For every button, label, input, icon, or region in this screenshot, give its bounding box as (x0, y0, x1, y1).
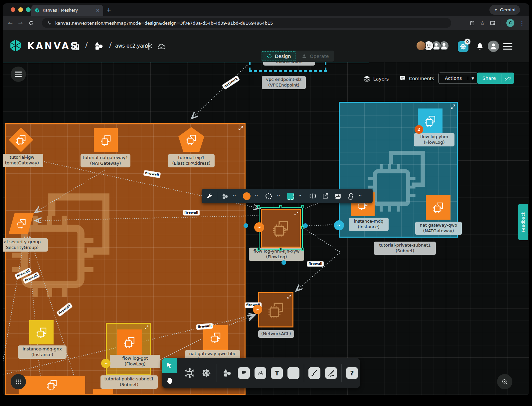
zoom-button[interactable] (497, 374, 512, 389)
shape-caret-icon[interactable]: ^ (298, 194, 301, 198)
edge-label-firewall-2[interactable]: firewall (183, 210, 199, 215)
browser-menu-icon[interactable]: ⋮ (519, 20, 525, 26)
pen-tool-button[interactable] (308, 367, 320, 379)
design-canvas[interactable]: (RouteTable) vpc endpoint-slz (VPCEndpoi… (3, 62, 529, 395)
node-label-nat-gateway-qwo[interactable]: nat gateway-qwo (NATGateway) (415, 222, 462, 235)
border-caret-icon[interactable]: ^ (277, 194, 280, 198)
kubernetes-tool-button[interactable] (200, 366, 213, 380)
help-tool-button[interactable]: ? (346, 367, 358, 379)
refresh-icon[interactable] (28, 20, 34, 26)
flow-log-kjh-badge[interactable] (254, 222, 264, 232)
meshsync-tool-button[interactable] (183, 366, 196, 380)
traffic-light-close[interactable] (11, 7, 15, 12)
node-label-security-group[interactable]: al-security-group SecurityGroup) (3, 238, 48, 252)
node-label-private-subnet[interactable]: tutorial-private-subnet1 (Subnet) (374, 242, 436, 255)
comments-button[interactable]: Comments (399, 75, 434, 82)
resize-icon[interactable] (294, 212, 298, 215)
node-natgateway1[interactable] (94, 128, 118, 152)
tab-operate[interactable]: Operate (296, 51, 334, 62)
snowflake-icon[interactable] (145, 42, 153, 50)
save-icon[interactable] (469, 20, 475, 26)
node-label-igw[interactable]: tutorial-igw ternetGateway) (3, 154, 43, 167)
tab-close-icon[interactable]: × (96, 8, 100, 13)
node-network-acl[interactable] (258, 292, 293, 327)
node-label-instance-gnx[interactable]: instance-mdq-gnx (Instance) (18, 345, 67, 359)
node-label-flow-log-gpt[interactable]: flow log-gpt (FlowLog) (110, 355, 160, 368)
apps-grid-button[interactable] (11, 374, 26, 389)
node-partial-bottom[interactable] (93, 389, 113, 395)
configure-wrench-icon[interactable] (206, 193, 213, 199)
app-menu-icon[interactable] (503, 43, 512, 50)
rename-icon[interactable] (309, 192, 316, 200)
network-acl-badge[interactable] (253, 305, 262, 314)
node-label-natgateway1[interactable]: tutorial-natgateway1 (NATGateway) (81, 154, 130, 167)
tab-design[interactable]: Design (261, 51, 296, 62)
node-label-flow-log-yhm[interactable]: flow log-yhm (FlowLog) (414, 133, 454, 146)
text-tool-button[interactable]: T (271, 367, 283, 379)
group-layers-icon[interactable] (347, 192, 354, 200)
shape-swap-icon[interactable] (287, 193, 294, 200)
shapes-caret-icon[interactable]: ^ (233, 194, 236, 198)
node-label-network-acl[interactable]: (NetworkACL) (258, 330, 294, 338)
flow-log-yhm-count-badge[interactable]: 2 (415, 125, 423, 134)
collaborator-avatar-photo[interactable] (416, 41, 426, 51)
border-style-icon[interactable] (265, 192, 272, 200)
gemini-button[interactable]: ✦ Gemini (489, 5, 520, 15)
workspace-shapes-icon[interactable] (94, 41, 104, 51)
open-external-icon[interactable] (322, 193, 329, 199)
fill-caret-icon[interactable]: ^ (255, 194, 258, 198)
organization-icon[interactable] (70, 41, 80, 51)
cloud-sync-icon[interactable] (157, 42, 166, 51)
share-link-icon[interactable] (501, 74, 514, 83)
collaborator-avatars[interactable] (416, 41, 459, 51)
node-label-instance-mdq[interactable]: instance-mdq (Instance) (349, 218, 389, 231)
design-file-name[interactable]: aws ec2.yaml (115, 43, 149, 49)
bookmark-star-icon[interactable]: ☆ (480, 20, 485, 27)
node-nat-gateway-bbc[interactable] (203, 325, 228, 350)
node-label-vpc-endpoint[interactable]: vpc endpoint-slz (VPCEndpoint) (262, 76, 306, 89)
resize-icon[interactable] (287, 295, 291, 299)
port-dot[interactable] (281, 260, 286, 265)
kanvas-logo-icon[interactable] (9, 39, 23, 53)
node-instance-gnx[interactable] (29, 320, 54, 344)
sticky-note-tool-button[interactable] (287, 367, 299, 379)
select-tool-button[interactable] (162, 358, 177, 373)
flow-log-gpt-badge[interactable] (101, 359, 110, 368)
back-icon[interactable]: ← (8, 20, 13, 26)
pan-tool-button[interactable] (162, 373, 177, 388)
node-label-eip1[interactable]: tutorial-eip1 (ElasticIPAddress) (168, 154, 215, 167)
traffic-light-zoom[interactable] (26, 7, 31, 12)
canvas-menu-button[interactable] (11, 67, 26, 82)
actions-caret-icon[interactable]: ▼ (468, 77, 477, 80)
new-tab-button[interactable]: + (106, 7, 111, 13)
node-nat-gateway-qwo[interactable] (426, 195, 450, 220)
node-flow-log-gpt[interactable] (117, 329, 142, 355)
group-caret-icon[interactable]: ^ (359, 194, 362, 198)
browser-profile-avatar[interactable]: C (506, 19, 514, 27)
actions-button[interactable]: Actions ▼ (439, 73, 478, 84)
comment-tool-button[interactable] (238, 367, 250, 379)
image-tool-button[interactable] (255, 367, 266, 379)
forward-icon[interactable]: → (18, 20, 23, 26)
fill-color-swatch[interactable] (243, 192, 251, 200)
node-label-public-subnet[interactable]: tutorial-public-subnet1 (Subnet) (100, 375, 158, 389)
search-tabs-icon[interactable] (490, 20, 496, 26)
port-dot[interactable] (244, 223, 248, 228)
site-settings-icon[interactable] (47, 20, 52, 26)
edge-label-firewall-6[interactable]: firewall (307, 262, 323, 266)
traffic-light-minimize[interactable] (18, 7, 23, 12)
resize-icon[interactable] (145, 325, 148, 329)
layers-button[interactable]: Layers (363, 75, 389, 82)
freehand-tool-button[interactable] (325, 367, 337, 379)
feedback-tab[interactable]: Feedback (518, 204, 528, 240)
shapes-tool-button[interactable] (221, 366, 234, 380)
node-label-routetable[interactable]: (RouteTable) (263, 62, 315, 66)
node-flow-log-kjh[interactable] (261, 209, 301, 248)
subnet-edge-badge[interactable] (334, 220, 344, 230)
url-bar[interactable]: kanvas.new/extension/meshmap?mode=design… (42, 18, 451, 28)
notifications-bell-icon[interactable] (476, 43, 484, 50)
browser-tab[interactable]: Kanvas | Meshery × (31, 5, 103, 16)
shapes-tool-icon[interactable] (222, 193, 229, 200)
user-avatar[interactable] (488, 41, 499, 52)
node-partial-bottom-left[interactable] (19, 376, 85, 395)
